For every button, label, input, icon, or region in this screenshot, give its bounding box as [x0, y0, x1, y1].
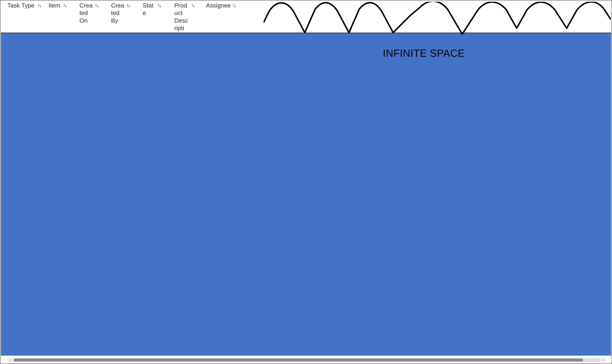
column-header-created-on[interactable]: Created On [79, 2, 111, 25]
column-label: Product Descripti [174, 2, 190, 32]
sort-icon[interactable] [63, 3, 67, 8]
sort-icon[interactable] [191, 3, 195, 8]
column-label: State [143, 2, 156, 17]
sort-icon[interactable] [95, 3, 99, 8]
sort-icon[interactable] [157, 3, 162, 8]
column-label: Task Type [7, 2, 36, 9]
sort-icon[interactable] [37, 3, 42, 8]
infinite-space-label: INFINITE SPACE [383, 47, 465, 59]
column-header-created-by[interactable]: Created By [111, 2, 143, 25]
sort-icon[interactable] [126, 3, 131, 8]
column-label: Created By [111, 2, 125, 25]
column-label: Assignee [206, 2, 231, 9]
column-header-state[interactable]: State [143, 2, 174, 17]
column-label: Item [49, 2, 62, 9]
column-header-item[interactable]: Item [49, 2, 79, 9]
scroll-thumb[interactable] [14, 359, 583, 362]
column-label: Created On [79, 2, 93, 25]
sort-icon[interactable] [232, 3, 236, 8]
column-header-assignee[interactable]: Assignee [206, 2, 241, 9]
scroll-track[interactable] [13, 358, 600, 362]
scroll-left-arrow-icon[interactable] [7, 357, 13, 363]
scroll-right-arrow-icon[interactable] [600, 357, 607, 363]
horizontal-scrollbar[interactable] [7, 357, 607, 363]
table-header-row: Task Type Item Created On [0, 0, 612, 33]
column-header-product-description[interactable]: Product Descripti [174, 2, 206, 32]
app-viewport: Task Type Item Created On [0, 0, 612, 364]
column-header-task-type[interactable]: Task Type [7, 2, 49, 9]
infinite-space-overlay [1, 33, 611, 356]
